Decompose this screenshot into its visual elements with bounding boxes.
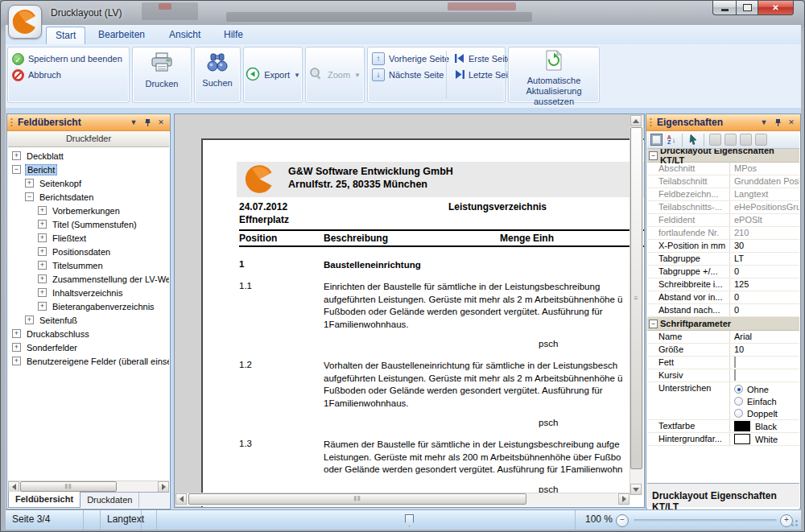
property-value[interactable] <box>730 369 799 381</box>
scroll-right-button[interactable] <box>618 493 630 505</box>
tree-item[interactable]: +Druckabschluss <box>8 327 169 340</box>
pin-icon[interactable] <box>142 117 153 128</box>
tree-item[interactable]: +Sonderfelder <box>8 340 169 354</box>
property-value[interactable]: Grunddaten Position <box>730 175 799 188</box>
scrollbar-thumb[interactable]: ≡ <box>630 127 642 469</box>
radio-option[interactable]: Doppelt <box>734 407 798 419</box>
checkbox[interactable] <box>734 369 736 381</box>
collapse-icon[interactable]: − <box>25 192 34 201</box>
suspend-auto-refresh-button[interactable]: Automatische Aktualisierung aussetzen <box>509 47 599 102</box>
tab-feлdübersicht[interactable]: Feldübersicht <box>8 492 80 508</box>
expand-icon[interactable]: + <box>25 315 34 324</box>
tab-hilfe[interactable]: Hilfe <box>215 27 252 43</box>
checkbox[interactable] <box>734 357 736 368</box>
abort-button[interactable]: Abbruch <box>8 67 129 83</box>
tree-item[interactable]: +Titel (Summenstufen) <box>8 217 169 231</box>
tree-item[interactable]: −Bericht <box>8 163 169 176</box>
property-value[interactable]: 0 <box>730 291 799 303</box>
radio-icon[interactable] <box>734 385 743 394</box>
property-value[interactable]: Arial <box>730 331 799 343</box>
tree-item[interactable]: +Zusammenstellung der LV-Werte <box>8 272 169 286</box>
categorized-icon[interactable] <box>650 134 663 146</box>
zoom-slider-track[interactable] <box>634 519 777 522</box>
scroll-left-button[interactable] <box>8 481 19 493</box>
expand-icon[interactable]: + <box>38 261 47 270</box>
radio-icon[interactable] <box>734 409 743 418</box>
tree-item[interactable]: −Berichtsdaten <box>8 190 169 204</box>
zoom-out-button[interactable]: − <box>616 514 629 527</box>
property-value[interactable]: 0 <box>730 266 799 278</box>
tab-ansicht[interactable]: Ansicht <box>160 27 209 43</box>
expand-icon[interactable]: + <box>38 302 47 311</box>
expand-icon[interactable]: + <box>12 343 21 352</box>
pin-icon[interactable] <box>772 117 783 128</box>
expand-icon[interactable]: + <box>12 329 21 338</box>
tree-item[interactable]: +Deckblatt <box>8 149 169 163</box>
expand-icon[interactable]: + <box>25 179 34 188</box>
scroll-right-button[interactable] <box>158 481 169 493</box>
preview-vertical-scrollbar[interactable]: ≡ <box>630 115 643 495</box>
minimize-button[interactable] <box>712 1 736 15</box>
tree-item[interactable]: +Fließtext <box>8 231 169 245</box>
tree-item[interactable]: +Benutzereigene Felder (überall einsetzb… <box>8 354 169 368</box>
expand-icon[interactable]: + <box>12 357 21 365</box>
radio-icon[interactable] <box>734 397 743 406</box>
preview-horizontal-scrollbar[interactable]: ⦀⦀ <box>175 493 630 506</box>
tree-horizontal-scrollbar[interactable]: ⦀⦀ <box>8 480 169 493</box>
maximize-button[interactable] <box>736 1 758 15</box>
radio-option[interactable]: Einfach <box>734 395 798 407</box>
property-value[interactable]: 210 <box>730 227 799 239</box>
tree-item[interactable]: +Seitenkopf <box>8 176 169 190</box>
property-value[interactable]: OhneEinfachDoppelt <box>730 382 799 419</box>
property-value[interactable]: Black <box>730 420 799 432</box>
tree-item[interactable]: +Titelsummen <box>8 258 169 272</box>
expand-icon[interactable]: + <box>38 288 47 297</box>
collapse-icon[interactable]: − <box>12 165 21 174</box>
tab-start[interactable]: Start <box>46 27 85 44</box>
scrollbar-thumb[interactable]: ⦀⦀ <box>20 481 117 492</box>
expand-icon[interactable]: + <box>12 151 21 160</box>
close-icon[interactable]: ✕ <box>786 117 797 128</box>
tab-druckdaten[interactable]: Druckdaten <box>80 493 139 508</box>
close-button[interactable]: ✕ <box>758 1 794 15</box>
expand-icon[interactable]: + <box>38 206 47 215</box>
tree-item[interactable]: +Vorbemerkungen <box>8 204 169 217</box>
property-value[interactable]: Langtext <box>730 188 799 200</box>
property-value[interactable]: 30 <box>730 240 799 252</box>
chevron-down-icon[interactable]: ▼ <box>758 117 770 128</box>
tree-item[interactable]: +Positionsdaten <box>8 245 169 258</box>
close-icon[interactable]: ✕ <box>155 117 167 128</box>
tab-bearbeiten[interactable]: Bearbeiten <box>89 27 154 43</box>
scroll-left-button[interactable] <box>175 493 187 505</box>
property-value[interactable]: MPos <box>730 163 799 175</box>
collapse-icon[interactable]: − <box>649 320 658 328</box>
export-button[interactable]: Export ▼ <box>244 47 302 102</box>
tree-item[interactable]: +Inhaltsverzeichnis <box>8 286 169 299</box>
first-page-button[interactable]: Erste Seite <box>451 51 512 67</box>
property-value[interactable]: 0 <box>730 304 799 316</box>
property-value[interactable]: 125 <box>730 278 799 291</box>
collapse-icon[interactable]: − <box>649 151 658 160</box>
property-value[interactable]: LT <box>730 253 799 265</box>
expand-icon[interactable]: + <box>38 220 47 229</box>
save-and-exit-button[interactable]: ✓ Speichern und beenden <box>8 51 129 67</box>
property-value[interactable]: 10 <box>730 344 799 356</box>
property-value[interactable] <box>730 357 799 369</box>
last-page-button[interactable]: Letzte Seite <box>451 67 515 83</box>
property-value[interactable]: eHePositionsGrund... <box>730 201 799 213</box>
property-value[interactable]: ePOSlt <box>730 214 799 226</box>
tree-item[interactable]: +Seitenfuß <box>8 313 169 327</box>
chevron-down-icon[interactable]: ▼ <box>128 117 139 128</box>
application-menu-button[interactable] <box>8 5 42 39</box>
expand-icon[interactable]: + <box>38 233 47 242</box>
scroll-up-button[interactable] <box>630 115 642 126</box>
title-bar[interactable]: Drucklayout (LV) <box>1 1 805 25</box>
sort-az-icon[interactable]: AZ↓ <box>665 134 678 146</box>
scrollbar-thumb[interactable]: ⦀⦀ <box>188 493 526 505</box>
tree-item[interactable]: +Bieterangabenverzeichnis <box>8 299 169 313</box>
expand-icon[interactable]: + <box>38 247 47 256</box>
expand-icon[interactable]: + <box>38 274 47 283</box>
property-arrow-icon[interactable] <box>687 134 700 146</box>
scroll-down-button[interactable] <box>630 484 642 495</box>
print-button[interactable]: Drucken <box>133 47 191 102</box>
